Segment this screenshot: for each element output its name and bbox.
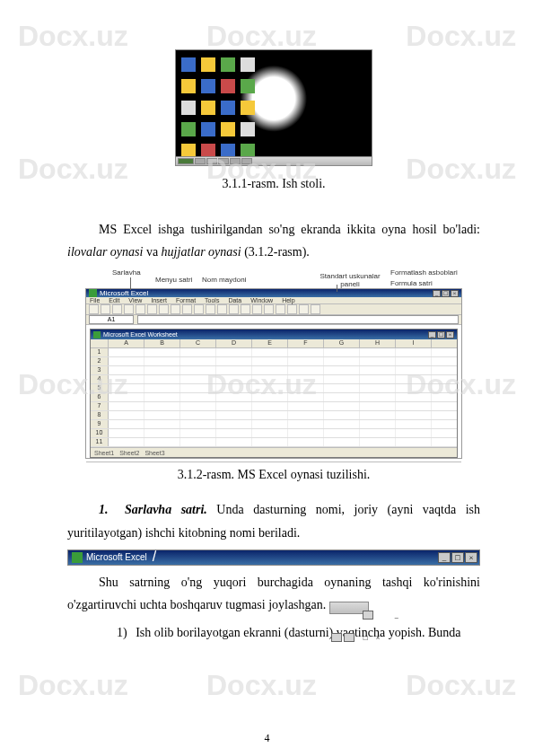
figure-desktop <box>67 49 480 170</box>
titlebar-text: Microsoft Excel <box>86 552 147 562</box>
close-icon: × <box>451 290 459 297</box>
desktop-icon <box>201 122 215 136</box>
sheet-tab: Sheet2 <box>119 450 139 456</box>
taskbar-item <box>218 158 229 164</box>
taskbar-item <box>195 158 206 164</box>
col-header: B <box>144 339 180 347</box>
toolbar-button <box>89 304 99 314</box>
text: Shu satrning o'ng yuqori burchagida oyna… <box>67 576 480 611</box>
row-header: 8 <box>91 411 109 419</box>
desktop-icon <box>241 122 255 136</box>
list-item: 1) Ish olib borilayotgan ekranni (dastur… <box>67 621 480 644</box>
menu-item: Format <box>176 297 196 303</box>
menu-item: Edit <box>109 297 119 303</box>
row-header: 10 <box>91 429 109 437</box>
label-sarlavha: Sarlavha <box>112 268 141 277</box>
formula-bar <box>137 315 459 324</box>
figure-titlebar: Microsoft Excel / _ □ × <box>67 549 480 566</box>
toolbar-standard <box>86 304 461 315</box>
worksheet-title-text: Microsoft Excel Worksheet <box>103 331 178 338</box>
row-header: 1 <box>91 348 109 356</box>
section-paragraph: 1. Sarlavha satri. Unda dasturning nomi,… <box>67 498 480 543</box>
worksheet-titlebar: Microsoft Excel Worksheet _ □ × <box>91 330 457 339</box>
col-header: H <box>360 339 396 347</box>
label-standart: Standart uskunalar paneli <box>319 272 381 288</box>
toolbar-button <box>101 304 110 314</box>
taskbar <box>176 156 372 165</box>
excel-icon <box>72 552 83 563</box>
list-number: 1) <box>117 626 127 639</box>
text: va <box>143 245 161 259</box>
toolbar-button <box>171 304 180 314</box>
col-header: I <box>396 339 432 347</box>
toolbar-button <box>136 304 145 314</box>
maximize-icon: □ <box>437 331 445 338</box>
text: Ish olib borilayotgan ekranni (dasturni)… <box>136 626 460 639</box>
desktop-icon <box>181 57 196 72</box>
paragraph: MS Excel ishga tushirilgandan so'ng ekra… <box>67 218 480 263</box>
page-number: 4 <box>0 732 534 745</box>
toolbar-button <box>311 304 320 314</box>
taskbar-item <box>241 158 252 164</box>
label-format: Formatlash asboblari <box>390 268 458 277</box>
col-header: E <box>252 339 288 347</box>
desktop-icon <box>221 122 235 136</box>
figure1-caption: 3.1.1-rasm. Ish stoli. <box>67 177 480 191</box>
text-italic: hujjatlar oynasi <box>162 245 241 259</box>
desktop-icon <box>241 57 255 72</box>
close-icon: × <box>446 331 454 338</box>
toolbar-button <box>147 304 157 314</box>
toolbar-button <box>217 304 227 314</box>
toolbar-button <box>194 304 204 314</box>
toolbar-button <box>159 304 169 314</box>
close-icon: × <box>465 552 477 563</box>
toolbar-button <box>252 304 262 314</box>
row-header: 9 <box>91 420 109 428</box>
toolbar-button <box>124 304 134 314</box>
minimize-icon: _ <box>363 611 373 620</box>
excel-icon <box>93 331 101 338</box>
col-header: A <box>109 339 144 347</box>
text: MS Excel ishga tushirilgandan so'ng ekra… <box>99 223 480 236</box>
col-header <box>91 339 109 347</box>
minimize-icon: _ <box>438 552 451 563</box>
section-number: 1. <box>99 503 109 516</box>
desktop-icon <box>181 79 196 93</box>
divider-slash: / <box>153 549 156 565</box>
excel-title-text: Microsoft Excel <box>100 289 148 297</box>
excel-titlebar: Microsoft Excel _ □ × <box>86 289 461 297</box>
toolbar-button <box>287 304 297 314</box>
maximize-icon: □ <box>442 290 450 297</box>
status-bar <box>86 462 461 462</box>
menu-item: Help <box>282 297 294 303</box>
desktop-icon <box>221 101 235 115</box>
menu-item: Data <box>228 297 241 303</box>
maximize-icon: □ <box>331 633 342 642</box>
row-header: 7 <box>91 402 109 410</box>
paragraph: Shu satrning o'ng yuqori burchagida oyna… <box>67 571 480 616</box>
start-button <box>178 158 194 164</box>
col-header: F <box>288 339 324 347</box>
toolbar-button <box>206 304 215 314</box>
sheet-tab: Sheet3 <box>144 450 164 456</box>
menu-item: Insert <box>151 297 167 303</box>
column-headers: A B C D E F G H I <box>91 339 457 348</box>
sheet-tab: Sheet1 <box>94 450 114 456</box>
menu-item: Tools <box>205 297 219 303</box>
taskbar-item <box>206 158 217 164</box>
desktop-icon <box>201 57 215 72</box>
menubar: File Edit View Insert Format Tools Data … <box>86 297 461 304</box>
maximize-icon: □ <box>451 552 464 563</box>
desktop-icon <box>241 79 255 93</box>
desktop-icon <box>181 122 196 136</box>
menu-item: Window <box>250 297 273 303</box>
desktop-icon <box>221 57 235 72</box>
desktop-icon <box>181 101 196 115</box>
figure2-caption: 3.1.2-rasm. MS Excel oynasi tuzilishi. <box>67 468 480 482</box>
toolbar-button <box>264 304 274 314</box>
text-italic: ilovalar oynasi <box>67 245 143 259</box>
row-header: 11 <box>91 438 109 446</box>
menu-item: File <box>90 297 100 303</box>
desktop-icon <box>201 79 215 93</box>
sheet-tabs: Sheet1 Sheet2 Sheet3 <box>91 447 457 457</box>
